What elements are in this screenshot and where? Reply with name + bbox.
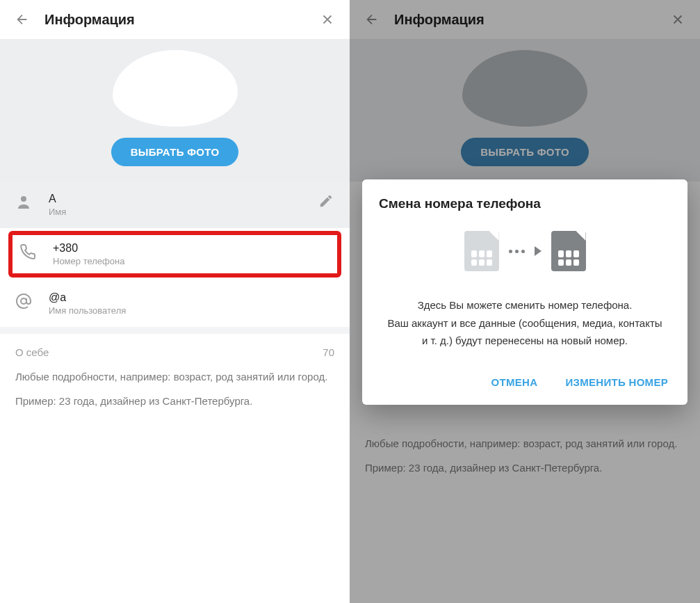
photo-section: ВЫБРАТЬ ФОТО: [0, 39, 350, 182]
name-label: Имя: [49, 207, 301, 217]
close-icon[interactable]: [319, 11, 336, 28]
modal-title: Смена номера телефона: [379, 196, 671, 211]
username-value: @a: [49, 291, 334, 304]
about-hint-1: Любые подробности, например: возраст, ро…: [0, 365, 350, 389]
modal-body: Здесь Вы можете сменить номер телефона. …: [379, 296, 671, 350]
at-icon: [15, 293, 32, 309]
modal-actions: ОТМЕНА ИЗМЕНИТЬ НОМЕР: [379, 371, 671, 394]
about-hint-2: Пример: 23 года, дизайнер из Санкт-Петер…: [0, 389, 350, 414]
about-header: О себе 70: [0, 334, 350, 365]
svg-point-0: [21, 196, 26, 202]
back-icon[interactable]: [14, 11, 31, 28]
sim-old-icon: [464, 231, 499, 271]
phone-icon: [19, 243, 36, 260]
section-divider: [0, 327, 350, 334]
change-number-button[interactable]: ИЗМЕНИТЬ НОМЕР: [562, 371, 671, 394]
phone-row[interactable]: +380 Номер телефона: [13, 235, 337, 273]
svg-point-1: [21, 298, 26, 304]
choose-photo-button[interactable]: ВЫБРАТЬ ФОТО: [111, 138, 239, 166]
person-icon: [15, 194, 32, 211]
name-value: А: [49, 193, 301, 205]
page-title: Информация: [44, 12, 305, 28]
header: Информация: [0, 0, 350, 39]
sim-transfer-graphic: [379, 231, 671, 271]
sim-new-icon: [551, 231, 586, 271]
change-phone-modal: Смена номера телефона Здесь Вы можете см…: [362, 179, 687, 405]
edit-icon[interactable]: [318, 193, 334, 209]
phone-highlight-box: +380 Номер телефона: [8, 231, 341, 278]
about-label: О себе: [15, 346, 49, 358]
phone-value: +380: [53, 242, 330, 255]
name-row[interactable]: А Имя: [0, 182, 350, 228]
username-row[interactable]: @a Имя пользователя: [0, 280, 350, 327]
arrow-icon: [535, 246, 542, 256]
left-panel: Информация ВЫБРАТЬ ФОТО А Имя +380 Номер…: [0, 0, 350, 603]
username-label: Имя пользователя: [49, 305, 334, 316]
about-counter: 70: [323, 346, 334, 358]
dots-icon: [509, 250, 525, 253]
cancel-button[interactable]: ОТМЕНА: [489, 371, 541, 394]
phone-label: Номер телефона: [53, 256, 330, 266]
avatar-placeholder: [113, 50, 238, 127]
right-panel: Информация ВЫБРАТЬ ФОТО Любые подробност…: [350, 0, 700, 603]
